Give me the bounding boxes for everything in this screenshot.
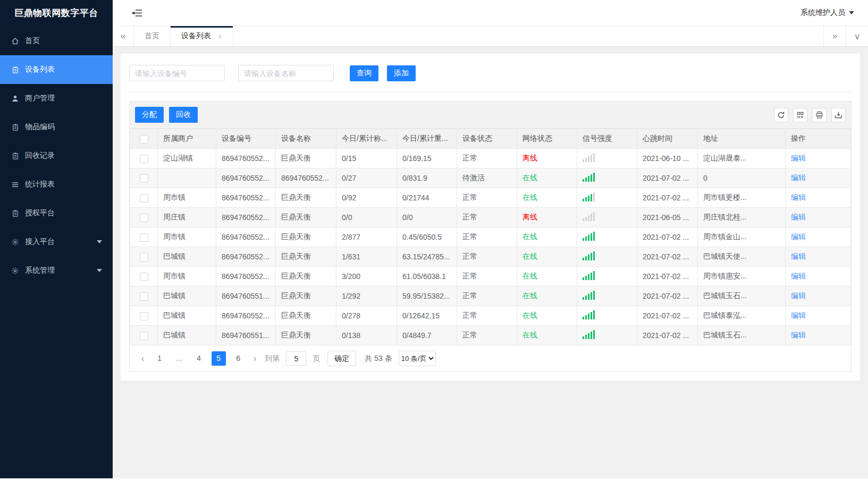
- print-icon[interactable]: [812, 108, 827, 122]
- row-checkbox[interactable]: [140, 194, 148, 202]
- row-checkbox[interactable]: [140, 312, 148, 320]
- table-row: 巴城镇8694760551...巨鼎天衡0/1380/4849.7正常在线202…: [130, 326, 851, 345]
- cell-today-count: 2/877: [336, 227, 397, 247]
- pagination: ‹ 1...456 › 到第 页 确定 共 53 条 10 条/页: [130, 345, 851, 372]
- tabs-scroll-right-icon[interactable]: »: [823, 26, 846, 46]
- cell-address: 0: [698, 168, 786, 188]
- device-name-input[interactable]: [238, 65, 334, 81]
- cell-device-name: 巨鼎天衡: [276, 208, 336, 227]
- col-heartbeat: 心跳时间: [637, 129, 698, 149]
- col-actions: 操作: [786, 129, 851, 149]
- search-row: 查询 添加: [129, 62, 852, 92]
- cell-signal: [577, 306, 637, 326]
- next-page-icon[interactable]: ›: [248, 353, 262, 364]
- cell-network-status: 离线: [517, 149, 577, 168]
- row-checkbox[interactable]: [140, 155, 148, 163]
- sidebar-item-access-platform[interactable]: 接入平台: [0, 227, 113, 256]
- cell-heartbeat: 2021-07-02 ...: [637, 286, 698, 306]
- sidebar-item-system-mgmt[interactable]: 系统管理: [0, 256, 113, 285]
- sidebar-item-home[interactable]: 首页: [0, 27, 113, 55]
- cell-network-status: 在线: [517, 227, 577, 247]
- cell-device-status: 正常: [457, 306, 517, 326]
- row-checkbox[interactable]: [140, 332, 148, 340]
- sidebar-item-item-code[interactable]: 物品编码: [0, 113, 113, 141]
- sidebar-item-auth-platform[interactable]: 授权平台: [0, 199, 113, 227]
- col-address: 地址: [698, 129, 786, 149]
- refresh-icon[interactable]: [774, 108, 788, 122]
- edit-link[interactable]: 编辑: [791, 331, 806, 339]
- cell-signal: [577, 227, 637, 247]
- cell-signal: [577, 168, 637, 188]
- cell-device-status: 待激活: [457, 168, 517, 188]
- page-number[interactable]: 4: [192, 351, 206, 366]
- user-menu[interactable]: 系统维护人员: [800, 8, 854, 18]
- cell-device-no: 8694760552...: [216, 267, 276, 286]
- chevron-down-icon: [97, 269, 102, 272]
- assign-button[interactable]: 分配: [135, 107, 164, 123]
- device-no-input[interactable]: [129, 65, 225, 81]
- row-checkbox[interactable]: [140, 174, 148, 183]
- edit-link[interactable]: 编辑: [791, 213, 806, 221]
- cell-device-name: 巨鼎天衡: [276, 247, 336, 267]
- row-checkbox[interactable]: [140, 214, 148, 222]
- row-checkbox[interactable]: [140, 292, 148, 301]
- sidebar-item-stats-report[interactable]: 统计报表: [0, 170, 113, 199]
- recycle-button[interactable]: 回收: [169, 107, 198, 123]
- edit-link[interactable]: 编辑: [791, 154, 806, 162]
- table-row: 周市镇8694760552...巨鼎天衡0/920/21744正常在线2021-…: [130, 188, 851, 208]
- row-checkbox[interactable]: [140, 253, 148, 261]
- edit-link[interactable]: 编辑: [791, 252, 806, 260]
- row-checkbox[interactable]: [140, 273, 148, 281]
- signal-bars-icon: [583, 212, 595, 221]
- page-number[interactable]: 5: [212, 351, 226, 366]
- cell-heartbeat: 2021-07-02 ...: [637, 168, 698, 188]
- cell-heartbeat: 2021-06-10 ...: [637, 149, 698, 168]
- signal-bars-icon: [583, 291, 595, 300]
- row-checkbox[interactable]: [140, 233, 148, 242]
- table-row: 周市镇8694760552...巨鼎天衡2/8770.45/6050.5正常在线…: [130, 227, 851, 247]
- page-number[interactable]: 6: [231, 351, 246, 366]
- tab-close-icon[interactable]: ×: [217, 32, 222, 41]
- cell-heartbeat: 2021-06-05 ...: [637, 208, 698, 227]
- tab-device-list[interactable]: 设备列表 ×: [171, 26, 233, 46]
- edit-link[interactable]: 编辑: [791, 291, 806, 300]
- edit-link[interactable]: 编辑: [791, 173, 806, 182]
- tabs-scroll-left-icon[interactable]: «: [113, 26, 134, 46]
- sidebar-item-label: 系统管理: [25, 266, 55, 275]
- cell-network-status: 在线: [517, 168, 577, 188]
- cell-merchant: 周市镇: [158, 227, 216, 247]
- export-icon[interactable]: [831, 108, 846, 122]
- columns-icon[interactable]: [793, 108, 807, 122]
- cell-merchant: 周庄镇: [158, 208, 216, 227]
- sidebar-item-device-list[interactable]: 设备列表: [0, 55, 113, 84]
- edit-link[interactable]: 编辑: [791, 193, 806, 201]
- cell-device-no: 8694760552...: [216, 168, 276, 188]
- sidebar-toggle-icon[interactable]: [132, 9, 142, 17]
- edit-link[interactable]: 编辑: [791, 272, 806, 280]
- edit-link[interactable]: 编辑: [791, 311, 806, 319]
- clipboard-icon: [11, 65, 20, 74]
- clipboard-icon: [11, 151, 20, 161]
- sidebar-item-merchant-mgmt[interactable]: 商户管理: [0, 84, 113, 113]
- sidebar-item-recycle-records[interactable]: 回收记录: [0, 141, 113, 170]
- jump-confirm-button[interactable]: 确定: [327, 351, 356, 366]
- tabs-dropdown-icon[interactable]: ∨: [846, 26, 868, 46]
- add-button[interactable]: 添加: [387, 65, 416, 81]
- table-row: 巴城镇8694760551...巨鼎天衡1/29259.95/15382...正…: [130, 286, 851, 306]
- sidebar-item-label: 统计报表: [25, 180, 55, 189]
- query-button[interactable]: 查询: [350, 65, 378, 81]
- signal-bars-icon: [583, 330, 595, 339]
- prev-page-icon[interactable]: ‹: [136, 353, 150, 364]
- page-size-select[interactable]: 10 条/页: [399, 351, 436, 366]
- cell-device-name: 8694760552...: [276, 168, 336, 188]
- select-all-checkbox[interactable]: [140, 135, 148, 144]
- page-number[interactable]: 1: [153, 351, 167, 366]
- tab-home[interactable]: 首页: [134, 26, 171, 46]
- cell-device-status: 正常: [457, 267, 517, 286]
- cell-device-name: 巨鼎天衡: [276, 267, 336, 286]
- main-area: 系统维护人员 « 首页 设备列表 × » ∨: [113, 0, 868, 478]
- jump-page-input[interactable]: [286, 351, 306, 366]
- cell-today-weight: 0/0: [397, 208, 457, 227]
- edit-link[interactable]: 编辑: [791, 232, 806, 241]
- cell-device-no: 8694760552...: [216, 188, 276, 208]
